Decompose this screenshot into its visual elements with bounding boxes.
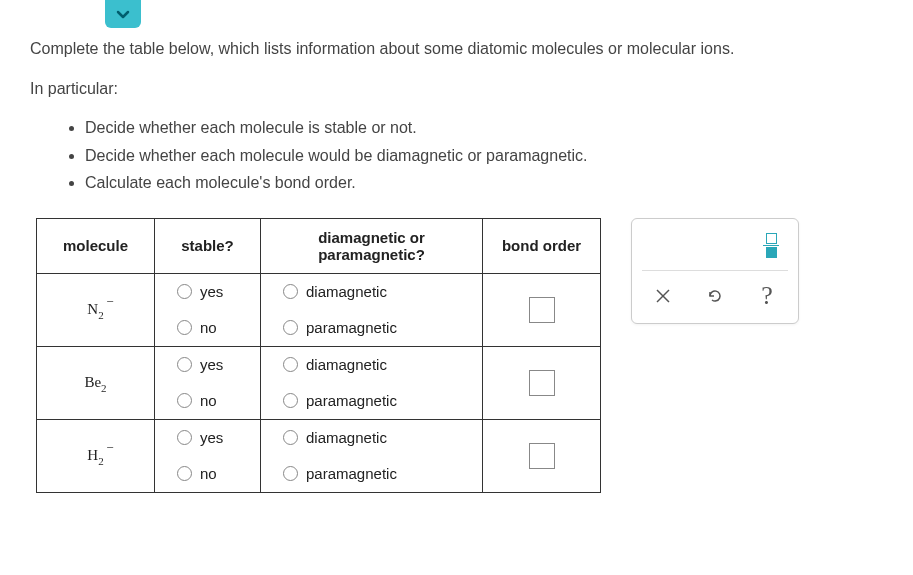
radio-label: diamagnetic — [306, 429, 387, 446]
help-button[interactable]: ? — [756, 285, 778, 307]
mol-sub: 2 — [101, 382, 107, 394]
header-bond-order: bond order — [483, 218, 601, 273]
radio-paramagnetic-2[interactable]: paramagnetic — [261, 456, 482, 492]
radio-paramagnetic-1[interactable]: paramagnetic — [261, 383, 482, 419]
mol-sub: 2 — [98, 309, 104, 321]
instruction-list: Decide whether each molecule is stable o… — [30, 115, 883, 196]
bond-order-input-1[interactable] — [529, 370, 555, 396]
radio-label: no — [200, 319, 217, 336]
radio-label: yes — [200, 429, 223, 446]
molecule-cell-n2minus: N2− — [37, 273, 155, 346]
intro-text: Complete the table below, which lists in… — [30, 36, 883, 62]
radio-icon — [177, 430, 192, 445]
bond-order-input-0[interactable] — [529, 297, 555, 323]
radio-stable-no-0[interactable]: no — [155, 310, 260, 346]
mol-base: N — [87, 301, 98, 317]
molecule-cell-be2: Be2 — [37, 346, 155, 419]
mol-sub: 2 — [98, 455, 104, 467]
mol-sup: − — [106, 294, 113, 310]
fraction-tool-button[interactable] — [762, 233, 780, 259]
radio-diamagnetic-1[interactable]: diamagnetic — [261, 347, 482, 383]
radio-stable-yes-2[interactable]: yes — [155, 420, 260, 456]
mol-base: Be — [84, 374, 101, 390]
fraction-numerator-icon — [766, 233, 777, 244]
radio-icon — [177, 393, 192, 408]
fraction-denominator-icon — [766, 247, 777, 258]
undo-icon — [706, 287, 724, 305]
radio-icon — [283, 357, 298, 372]
radio-paramagnetic-0[interactable]: paramagnetic — [261, 310, 482, 346]
mol-base: H — [87, 447, 98, 463]
radio-label: no — [200, 392, 217, 409]
radio-icon — [177, 284, 192, 299]
header-molecule: molecule — [37, 218, 155, 273]
molecule-cell-h2minus: H2− — [37, 419, 155, 492]
radio-label: no — [200, 465, 217, 482]
chevron-down-icon — [115, 6, 131, 22]
radio-icon — [177, 320, 192, 335]
clear-button[interactable] — [652, 285, 674, 307]
radio-label: paramagnetic — [306, 392, 397, 409]
undo-button[interactable] — [704, 285, 726, 307]
toolbar-divider — [642, 270, 788, 271]
radio-label: yes — [200, 283, 223, 300]
mol-sup: − — [106, 440, 113, 456]
instructions-block: Complete the table below, which lists in… — [0, 0, 913, 218]
radio-label: yes — [200, 356, 223, 373]
dropdown-toggle[interactable] — [105, 0, 141, 28]
radio-diamagnetic-0[interactable]: diamagnetic — [261, 274, 482, 310]
fraction-line-icon — [763, 245, 779, 247]
radio-icon — [283, 320, 298, 335]
bond-order-input-2[interactable] — [529, 443, 555, 469]
radio-icon — [177, 466, 192, 481]
radio-icon — [283, 466, 298, 481]
radio-label: diamagnetic — [306, 283, 387, 300]
radio-label: paramagnetic — [306, 319, 397, 336]
header-stable: stable? — [155, 218, 261, 273]
radio-stable-no-1[interactable]: no — [155, 383, 260, 419]
particular-text: In particular: — [30, 76, 883, 102]
radio-icon — [283, 393, 298, 408]
bullet-stable: Decide whether each molecule is stable o… — [85, 115, 883, 141]
radio-stable-no-2[interactable]: no — [155, 456, 260, 492]
radio-icon — [177, 357, 192, 372]
radio-icon — [283, 430, 298, 445]
header-magnetic: diamagnetic or paramagnetic? — [261, 218, 483, 273]
radio-icon — [283, 284, 298, 299]
radio-stable-yes-0[interactable]: yes — [155, 274, 260, 310]
bullet-magnetic: Decide whether each molecule would be di… — [85, 143, 883, 169]
toolbar-panel: ? — [631, 218, 799, 325]
bullet-bond-order: Calculate each molecule's bond order. — [85, 170, 883, 196]
radio-diamagnetic-2[interactable]: diamagnetic — [261, 420, 482, 456]
close-icon — [655, 288, 671, 304]
radio-label: diamagnetic — [306, 356, 387, 373]
radio-label: paramagnetic — [306, 465, 397, 482]
question-mark-icon: ? — [761, 281, 773, 311]
radio-stable-yes-1[interactable]: yes — [155, 347, 260, 383]
molecule-table: molecule stable? diamagnetic or paramagn… — [36, 218, 601, 493]
